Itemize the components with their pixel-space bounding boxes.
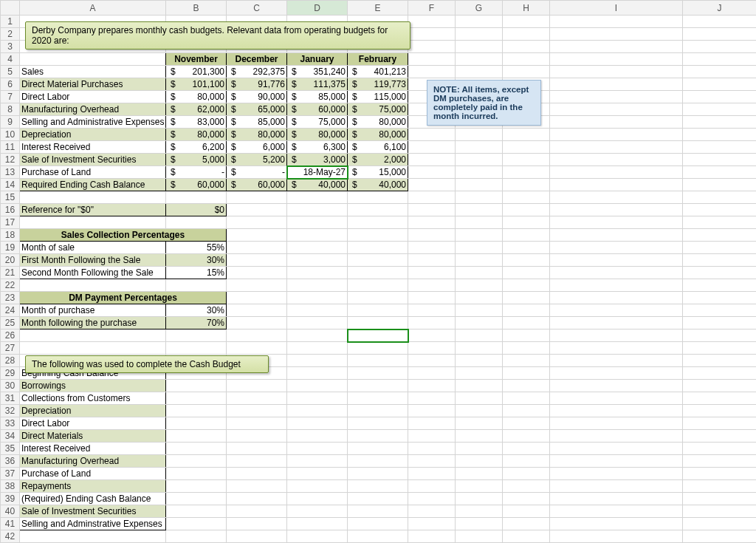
row-header[interactable]: 38: [1, 480, 20, 493]
col-header-E[interactable]: E: [348, 1, 408, 16]
col-header-H[interactable]: H: [503, 1, 550, 16]
callout-intro: Derby Company prepares monthly cash budg…: [25, 21, 410, 49]
cash-budget-item: Repayments: [20, 480, 166, 493]
data-row-label: Direct Labor: [20, 91, 166, 103]
row-header[interactable]: 32: [1, 405, 20, 417]
row-header[interactable]: 35: [1, 443, 20, 455]
cash-budget-item: Sale of Investment Securities: [20, 505, 166, 518]
row-header[interactable]: 2: [1, 28, 20, 41]
row-header[interactable]: 27: [1, 342, 20, 355]
sales-pct-value: 55%: [166, 242, 227, 254]
cash-budget-item: Depreciation: [20, 405, 166, 417]
row-header[interactable]: 18: [1, 229, 20, 242]
callout-cash-budget: The following was used to complete the C…: [25, 355, 269, 373]
row-header[interactable]: 41: [1, 518, 20, 530]
dm-pct-title: DM Payment Percentages: [20, 292, 227, 304]
cash-budget-item: Manufacturing Overhead: [20, 455, 166, 468]
reference-value: $0: [166, 204, 227, 216]
row-header[interactable]: 37: [1, 468, 20, 480]
data-row-label: Required Ending Cash Balance: [20, 179, 166, 191]
row-header[interactable]: 14: [1, 179, 20, 191]
sales-pct-label: Second Month Following the Sale: [20, 267, 166, 279]
row-header[interactable]: 4: [1, 53, 20, 66]
sales-pct-label: Month of sale: [20, 242, 166, 254]
col-header-G[interactable]: G: [456, 1, 503, 16]
note-box: NOTE: All items, except DM purchases, ar…: [427, 80, 541, 126]
col-header-I[interactable]: I: [550, 1, 683, 16]
row-header[interactable]: 10: [1, 129, 20, 141]
row-header[interactable]: 6: [1, 78, 20, 91]
row-header[interactable]: 12: [1, 154, 20, 166]
row-header[interactable]: 13: [1, 166, 20, 179]
dm-pct-value: 70%: [166, 317, 227, 329]
period-header: January: [287, 53, 348, 66]
selected-cell[interactable]: [348, 329, 408, 342]
cash-budget-item: Direct Materials: [20, 430, 166, 443]
data-row-label: Direct Material Purchases: [20, 78, 166, 91]
data-row-label: Sales: [20, 66, 166, 78]
cash-budget-item: Selling and Adminstrative Expenses: [20, 518, 166, 530]
row-header[interactable]: 9: [1, 116, 20, 129]
row-header[interactable]: 25: [1, 317, 20, 329]
col-header-J[interactable]: J: [683, 1, 757, 16]
row-header[interactable]: 3: [1, 41, 20, 53]
dm-pct-value: 30%: [166, 304, 227, 317]
dm-pct-label: Month following the purchase: [20, 317, 166, 329]
row-header[interactable]: 22: [1, 279, 20, 292]
row-header[interactable]: 16: [1, 204, 20, 216]
active-cell[interactable]: 18-May-27: [287, 166, 348, 179]
row-header[interactable]: 1: [1, 16, 20, 28]
col-header-C[interactable]: C: [227, 1, 287, 16]
cash-budget-item: Direct Labor: [20, 417, 166, 430]
col-header-B[interactable]: B: [166, 1, 227, 16]
row-header[interactable]: 11: [1, 141, 20, 154]
row-header[interactable]: 19: [1, 242, 20, 254]
row-header[interactable]: 40: [1, 505, 20, 518]
cash-budget-item: Collections from Customers: [20, 392, 166, 405]
data-row-label: Depreciation: [20, 129, 166, 141]
period-header: November: [166, 53, 227, 66]
row-header[interactable]: 31: [1, 392, 20, 405]
row-header[interactable]: 17: [1, 216, 20, 229]
cash-budget-item: Borrowings: [20, 380, 166, 392]
sales-pct-value: 15%: [166, 267, 227, 279]
row-header[interactable]: 20: [1, 254, 20, 267]
col-header-D[interactable]: D: [287, 1, 348, 16]
cash-budget-item: Interest Received: [20, 443, 166, 455]
row-header[interactable]: 29: [1, 367, 20, 380]
cash-budget-item: Purchase of Land: [20, 468, 166, 480]
row-header[interactable]: 30: [1, 380, 20, 392]
row-header[interactable]: 5: [1, 66, 20, 78]
spreadsheet-grid[interactable]: A B C D E F G H I J 1234NovemberDecember…: [0, 0, 756, 543]
sales-pct-value: 30%: [166, 254, 227, 267]
row-header[interactable]: 8: [1, 103, 20, 116]
row-header[interactable]: 42: [1, 530, 20, 543]
data-row-label: Sale of Investment Securities: [20, 154, 166, 166]
sales-pct-title: Sales Collection Percentages: [20, 229, 227, 242]
data-row-label: Interest Received: [20, 141, 166, 154]
row-header[interactable]: 28: [1, 355, 20, 367]
data-row-label: Purchase of Land: [20, 166, 166, 179]
row-header[interactable]: 21: [1, 267, 20, 279]
period-header: December: [227, 53, 287, 66]
row-header[interactable]: 33: [1, 417, 20, 430]
row-header[interactable]: 39: [1, 493, 20, 505]
sales-pct-label: First Month Following the Sale: [20, 254, 166, 267]
row-header[interactable]: 24: [1, 304, 20, 317]
row-header[interactable]: 26: [1, 329, 20, 342]
cash-budget-item: (Required) Ending Cash Balance: [20, 493, 166, 505]
select-all-corner[interactable]: [1, 1, 20, 16]
data-row-label: Selling and Administrative Expenses: [20, 116, 166, 129]
col-header-A[interactable]: A: [20, 1, 166, 16]
dm-pct-label: Month of purchase: [20, 304, 166, 317]
col-header-F[interactable]: F: [408, 1, 456, 16]
row-header[interactable]: 7: [1, 91, 20, 103]
reference-label: Reference for "$0": [20, 204, 166, 216]
row-header[interactable]: 34: [1, 430, 20, 443]
data-row-label: Manufacturing Overhead: [20, 103, 166, 116]
row-header[interactable]: 36: [1, 455, 20, 468]
row-header[interactable]: 15: [1, 191, 20, 204]
period-header: February: [348, 53, 408, 66]
row-header[interactable]: 23: [1, 292, 20, 304]
